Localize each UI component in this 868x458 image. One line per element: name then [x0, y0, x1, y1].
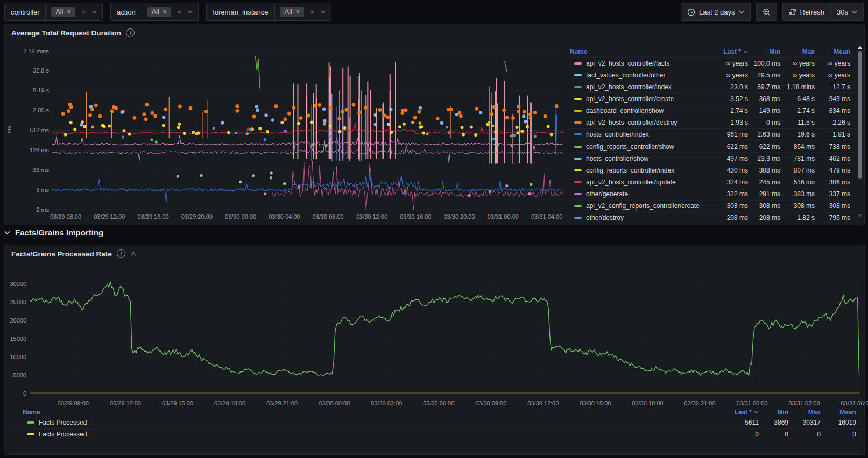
legend-series-name[interactable]: fact_values_controller/other	[570, 71, 705, 79]
legend-col-last[interactable]: Last *	[705, 48, 748, 55]
filter-chip[interactable]: All×	[51, 7, 75, 17]
info-icon[interactable]: i	[126, 28, 135, 37]
legend-value-min: 149 ms	[748, 107, 780, 114]
legend-series-name[interactable]: api_v2_hosts_controller/index	[570, 83, 705, 91]
chevron-down-icon[interactable]	[92, 10, 97, 13]
legend-value-last: 3.52 s	[705, 95, 748, 103]
time-range-picker[interactable]: Last 2 days	[681, 3, 751, 21]
refresh-icon	[789, 8, 796, 16]
legend-series-name[interactable]: api_v2_hosts_controller/facts	[570, 60, 705, 67]
legend-series-name[interactable]: api_v2_hosts_controller/create	[570, 95, 705, 103]
refresh-button[interactable]: Refresh	[783, 3, 831, 20]
clear-icon[interactable]: ×	[178, 9, 182, 16]
scroll-up-icon[interactable]	[858, 46, 862, 49]
legend-series-name[interactable]: config_reports_controller/show	[570, 143, 705, 151]
series-label: Facts Processed	[39, 431, 87, 438]
filter-chip-label: All	[152, 8, 159, 16]
legend-series-name[interactable]: other/generate	[570, 190, 705, 198]
x-tick-label: 03/30 08:00	[304, 213, 352, 220]
filter-value[interactable]: All××	[275, 3, 331, 20]
scrollbar-thumb[interactable]	[858, 51, 862, 179]
legend-col-mean[interactable]: Mean	[821, 409, 856, 416]
legend-series-name[interactable]: Facts Processed	[23, 419, 708, 426]
x-tick-label: 03/29 08:00	[41, 213, 90, 220]
legend-col-mean[interactable]: Mean	[815, 48, 850, 55]
legend-series-name[interactable]: Facts Processed	[23, 431, 708, 438]
legend-header: NameLast *MinMaxMean	[5, 407, 864, 417]
legend-series-name[interactable]: hosts_controller/show	[570, 155, 705, 162]
filter-value[interactable]: All××	[46, 3, 102, 20]
x-tick-label: 03/29 12:00	[101, 400, 150, 406]
legend-value-max: 30317	[788, 419, 821, 426]
section-facts-grains-importing[interactable]: Facts/Grains Importing	[4, 228, 103, 237]
legend-series-name[interactable]: api_v2_config_reports_controller/create	[570, 202, 705, 210]
filter-action: actionAll××	[110, 3, 199, 21]
legend-value-last: 2.74 s	[705, 107, 748, 114]
clear-icon[interactable]: ×	[81, 9, 86, 16]
remove-value-icon[interactable]: ×	[67, 9, 70, 15]
filter-chip-label: All	[285, 8, 292, 16]
legend-col-min[interactable]: Min	[748, 48, 780, 55]
legend-value-mean: ∞ years	[815, 60, 850, 67]
refresh-label: Refresh	[800, 8, 825, 16]
clear-icon[interactable]: ×	[310, 9, 314, 16]
legend-series-name[interactable]: api_v2_hosts_controller/update	[570, 178, 705, 186]
legend-value-min: 622 ms	[748, 143, 780, 151]
chevron-down-icon[interactable]	[188, 10, 193, 13]
scroll-down-icon[interactable]	[858, 214, 862, 218]
legend-value-max: 6.48 s	[780, 95, 815, 103]
legend-series-name[interactable]: hosts_controller/index	[570, 131, 705, 138]
filter-label[interactable]: foreman_instance	[207, 3, 274, 20]
series-color-swatch	[574, 98, 582, 100]
legend-series-name[interactable]: api_v2_hosts_controller/destroy	[570, 119, 705, 126]
filter-value[interactable]: All××	[142, 3, 199, 20]
legend-col-min[interactable]: Min	[759, 409, 788, 416]
filter-label[interactable]: controller	[5, 3, 46, 20]
legend-col-max[interactable]: Max	[788, 409, 821, 416]
legend-value-min: 29.5 ms	[748, 71, 780, 79]
legend-series-name[interactable]: other/destroy	[570, 214, 705, 221]
legend-value-last: 961 ms	[705, 131, 748, 138]
legend-value-last: 308 ms	[705, 202, 748, 210]
chevron-down-icon[interactable]	[321, 10, 326, 13]
legend-value-last: ∞ years	[705, 60, 748, 67]
remove-value-icon[interactable]: ×	[163, 9, 167, 15]
legend-col-name[interactable]: Name	[23, 409, 708, 416]
facts-processed-chart[interactable]	[30, 270, 860, 398]
filter-chip[interactable]: All×	[280, 7, 304, 17]
legend-col-last[interactable]: Last *	[708, 409, 759, 416]
warning-icon[interactable]: ⚠	[130, 251, 137, 257]
filter-label[interactable]: action	[111, 3, 142, 20]
x-tick-label: 03/29 16:00	[129, 213, 178, 220]
y-tick-label: 5000	[6, 372, 26, 378]
legend-row: Facts Processed561138693031716019	[5, 417, 864, 428]
legend-value-last: 1.93 s	[705, 119, 748, 126]
legend-value-min: 245 ms	[748, 178, 780, 186]
refresh-interval-dropdown[interactable]: 30s	[830, 3, 863, 20]
legend-row: fact_values_controller/other∞ years29.5 …	[570, 69, 859, 81]
legend-value-last: ∞ years	[705, 71, 748, 79]
legend-series-name[interactable]: dashboard_controller/show	[570, 107, 705, 114]
legend-col-max[interactable]: Max	[780, 48, 815, 55]
request-duration-chart[interactable]	[52, 49, 563, 212]
zoom-out-button[interactable]	[756, 3, 777, 21]
filter-chip[interactable]: All×	[147, 7, 171, 17]
legend-scrollbar[interactable]	[858, 46, 863, 218]
legend-row: config_reports_controller/show622 ms622 …	[570, 140, 859, 152]
legend-series-name[interactable]: config_reports_controller/index	[570, 167, 705, 174]
legend-col-name[interactable]: Name	[570, 48, 705, 55]
series-label: config_reports_controller/show	[586, 143, 674, 151]
y-tick-label: 8.19 s	[6, 87, 49, 94]
legend-table: NameLast *MinMaxMean api_v2_hosts_contro…	[570, 46, 859, 224]
info-icon[interactable]: i	[117, 249, 125, 258]
legend-value-max: 1.18 mins	[780, 83, 815, 91]
y-tick-label: 32.8 s	[6, 67, 49, 74]
series-label: fact_values_controller/other	[586, 71, 665, 79]
refresh-button-group: Refresh 30s	[782, 3, 864, 21]
remove-value-icon[interactable]: ×	[295, 9, 299, 15]
legend-value-mean: 949 ms	[815, 95, 850, 103]
series-label: hosts_controller/show	[586, 155, 648, 162]
zoom-out-icon	[763, 8, 771, 16]
legend-row: hosts_controller/index961 ms2.63 ms19.6 …	[570, 128, 859, 140]
series-color-swatch	[574, 169, 582, 171]
